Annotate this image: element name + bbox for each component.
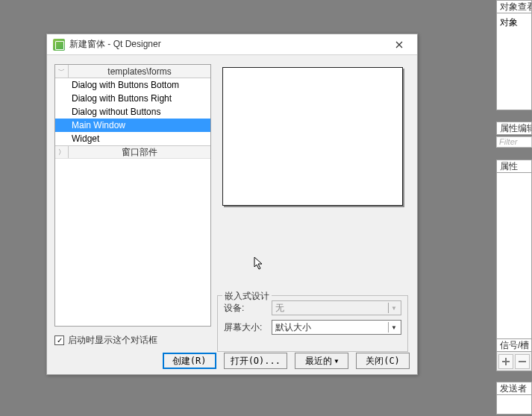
property-filter-input[interactable]: Filter [496, 136, 532, 148]
create-button[interactable]: 创建(R) [163, 353, 216, 369]
expand-icon[interactable]: 〉 [55, 146, 69, 158]
add-button[interactable] [498, 354, 513, 369]
signal-slot-toolbar [496, 352, 532, 371]
window-title: 新建窗体 - Qt Designer [69, 38, 384, 51]
startup-checkbox-label: 启动时显示这个对话框 [68, 334, 157, 347]
qt-designer-icon [53, 39, 65, 51]
device-combo: 无 ▼ [272, 300, 401, 315]
dialog-bottom: ✓ 启动时显示这个对话框 创建(R) 打开(O)... 最近的 ▼ 关闭(C) [54, 334, 410, 367]
close-button[interactable]: 关闭(C) [356, 353, 410, 369]
tree-items: Dialog with Buttons Bottom Dialog with B… [55, 78, 210, 145]
dialog-body: ﹀ templates\forms Dialog with Buttons Bo… [54, 64, 410, 330]
object-column-header: 对象 [500, 17, 518, 28]
startup-checkbox[interactable]: ✓ [54, 335, 64, 345]
property-editor-title[interactable]: 属性编辑 [496, 122, 532, 135]
tree-item[interactable]: Main Window [55, 119, 210, 132]
template-tree[interactable]: ﹀ templates\forms Dialog with Buttons Bo… [54, 64, 211, 327]
property-column-header[interactable]: 属性 [496, 160, 532, 173]
object-inspector-title[interactable]: 对象查看 [496, 0, 532, 13]
tree-header-label: templates\forms [69, 66, 210, 77]
property-list-panel: 属性 [496, 160, 532, 340]
remove-button[interactable] [515, 354, 530, 369]
close-window-button[interactable] [384, 36, 414, 54]
startup-checkbox-row[interactable]: ✓ 启动时显示这个对话框 [54, 334, 410, 347]
new-form-dialog: 新建窗体 - Qt Designer ﹀ templates\forms Dia… [46, 34, 418, 375]
screen-size-value: 默认大小 [275, 321, 311, 334]
screen-size-combo[interactable]: 默认大小 ▼ [272, 320, 401, 335]
property-list-body[interactable] [496, 173, 532, 340]
signal-slot-panel: 信号/槽 [496, 338, 532, 371]
tree-header-templates[interactable]: ﹀ templates\forms [55, 65, 210, 78]
chevron-down-icon: ▼ [335, 358, 339, 365]
recent-button[interactable]: 最近的 ▼ [295, 353, 348, 369]
tree-item[interactable]: Dialog without Buttons [55, 105, 210, 119]
sender-column-header[interactable]: 发送者 [496, 382, 532, 395]
tree-sub-label: 窗口部件 [69, 146, 210, 159]
signal-slot-title[interactable]: 信号/槽 [496, 338, 532, 352]
chevron-down-icon[interactable]: ▼ [388, 322, 399, 333]
recent-button-label: 最近的 [305, 355, 332, 368]
property-editor-panel: 属性编辑 Filter [496, 122, 532, 148]
chevron-down-icon: ▼ [388, 303, 399, 313]
collapse-icon[interactable]: ﹀ [55, 65, 69, 78]
open-button[interactable]: 打开(O)... [224, 353, 287, 369]
sender-panel: 发送者 [496, 382, 532, 415]
form-preview [222, 67, 403, 206]
button-row: 创建(R) 打开(O)... 最近的 ▼ 关闭(C) [54, 353, 410, 369]
device-label: 设备: [224, 302, 266, 315]
screen-size-label: 屏幕大小: [224, 321, 266, 334]
tree-header-widgets[interactable]: 〉 窗口部件 [55, 145, 210, 159]
tree-item[interactable]: Dialog with Buttons Bottom [55, 78, 210, 92]
tree-item[interactable]: Widget [55, 132, 210, 145]
titlebar[interactable]: 新建窗体 - Qt Designer [47, 34, 417, 55]
device-value: 无 [275, 302, 284, 315]
group-title: 嵌入式设计 [222, 290, 272, 303]
object-inspector-panel: 对象查看 对象 [496, 0, 532, 110]
sender-body[interactable] [496, 395, 532, 415]
tree-item[interactable]: Dialog with Buttons Right [55, 92, 210, 105]
object-inspector-body[interactable]: 对象 [496, 13, 532, 110]
